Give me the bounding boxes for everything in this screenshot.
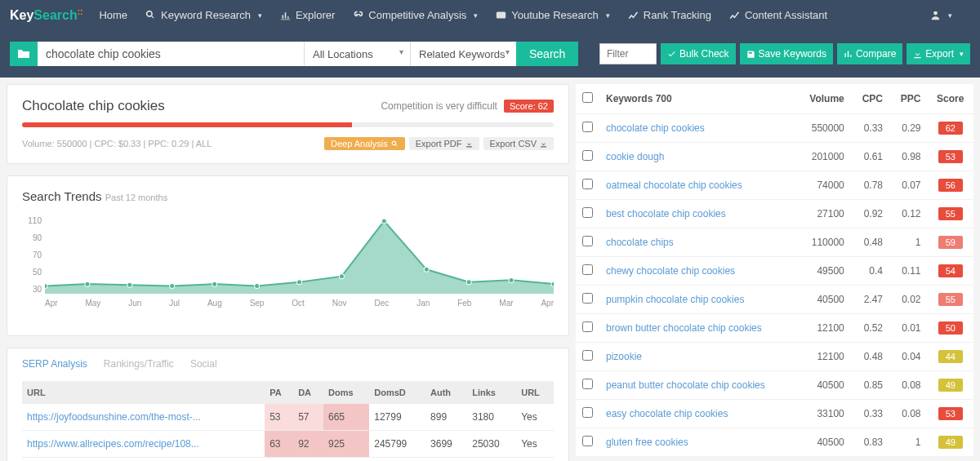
type-select[interactable]: Related Keywords <box>410 42 516 66</box>
trends-title: Search Trends Past 12 months <box>22 189 554 203</box>
keywords-table: Keywords 700 Volume CPC PPC Score chocol… <box>576 84 973 457</box>
export-pdf-button[interactable]: Export PDF <box>409 137 479 150</box>
keyword-link[interactable]: gluten free cookies <box>599 428 796 457</box>
cpc-header[interactable]: CPC <box>851 84 889 114</box>
keyword-link[interactable]: brown butter chocolate chip cookies <box>599 314 796 343</box>
nav-youtube[interactable]: Youtube Research▾ <box>496 9 610 21</box>
deep-analysis-button[interactable]: Deep Analysis <box>324 137 405 150</box>
difficulty-bar <box>22 122 554 127</box>
nav-competitive[interactable]: Competitive Analysis▾ <box>353 9 478 21</box>
row-checkbox[interactable] <box>582 150 593 161</box>
keyword-link[interactable]: best chocolate chip cookies <box>599 200 796 228</box>
search-button[interactable]: Search <box>516 42 578 66</box>
svg-point-2 <box>45 284 47 289</box>
download-icon <box>540 140 547 148</box>
bulk-check-button[interactable]: Bulk Check <box>661 43 736 64</box>
svg-point-8 <box>296 280 301 285</box>
row-checkbox[interactable] <box>582 264 593 275</box>
keyword-link[interactable]: cookie dough <box>599 143 796 171</box>
search-icon <box>391 140 399 148</box>
row-checkbox[interactable] <box>582 379 593 389</box>
keyword-row: easy chocolate chip cookies 33100 0.33 0… <box>576 400 973 428</box>
keyword-link[interactable]: chocolate chips <box>599 228 796 257</box>
serp-url[interactable]: https://www.allrecipes.com/recipe/108... <box>22 431 265 458</box>
nav-explorer[interactable]: Explorer <box>280 9 335 21</box>
user-menu[interactable]: ▾ <box>930 10 952 20</box>
score-pill: 44 <box>938 350 963 363</box>
folder-button[interactable] <box>10 42 38 66</box>
serp-col: Auth <box>425 381 467 404</box>
nav-keyword-research[interactable]: Keyword Research▾ <box>145 9 262 21</box>
row-checkbox[interactable] <box>582 293 593 304</box>
score-pill: 53 <box>938 407 963 420</box>
score-pill: 62 <box>938 122 963 135</box>
tab-social[interactable]: Social <box>190 358 217 370</box>
serp-col: PA <box>265 381 293 404</box>
svg-point-6 <box>212 281 217 286</box>
row-checkbox[interactable] <box>582 321 593 332</box>
row-checkbox[interactable] <box>582 207 593 218</box>
nav-rank-tracking[interactable]: Rank Tracking <box>628 9 711 21</box>
keyword-link[interactable]: pizookie <box>599 343 796 371</box>
keyword-title: Chocolate chip cookies <box>22 98 381 114</box>
serp-col: DomsD <box>369 381 425 404</box>
export-button[interactable]: Export▾ <box>906 43 970 64</box>
row-checkbox[interactable] <box>582 122 593 132</box>
keywords-count-header: Keywords 700 <box>599 84 796 114</box>
location-select[interactable]: All Locations <box>304 42 410 66</box>
tab-serp-analysis[interactable]: SERP Analysis <box>22 358 87 370</box>
row-checkbox[interactable] <box>582 407 593 418</box>
serp-panel: SERP Analysis Rankings/Traffic Social UR… <box>7 348 569 461</box>
score-pill: 55 <box>938 207 963 220</box>
svg-point-1 <box>933 11 938 16</box>
keyword-row: cookie dough 201000 0.61 0.98 53 <box>576 143 973 171</box>
keyword-row: brown butter chocolate chip cookies 1210… <box>576 314 973 343</box>
keyword-row: pizookie 12100 0.48 0.04 44 <box>576 343 973 371</box>
svg-point-11 <box>424 267 429 272</box>
save-keywords-button[interactable]: Save Keywords <box>740 43 833 64</box>
export-csv-button[interactable]: Export CSV <box>483 137 554 150</box>
keyword-link[interactable]: oatmeal chocolate chip cookies <box>599 171 796 200</box>
keyword-link[interactable]: pumpkin chocolate chip cookies <box>599 286 796 314</box>
select-all-checkbox[interactable] <box>582 92 593 103</box>
keyword-row: oatmeal chocolate chip cookies 74000 0.7… <box>576 171 973 200</box>
chart-icon <box>844 50 853 59</box>
keyword-link[interactable]: chocolate chip cookies <box>599 114 796 143</box>
chart-icon <box>280 10 291 20</box>
keyword-input[interactable] <box>38 42 304 66</box>
svg-rect-0 <box>497 11 506 18</box>
serp-row: https://joyfoodsunshine.com/the-most-...… <box>22 404 554 431</box>
score-pill: 50 <box>938 321 963 335</box>
score-header[interactable]: Score <box>928 84 973 114</box>
competition-text: Competition is very difficult <box>381 100 497 112</box>
score-pill: 53 <box>938 150 963 163</box>
tab-rankings[interactable]: Rankings/Traffic <box>104 358 174 370</box>
brand-logo: KeySearch:: <box>10 7 82 23</box>
compare-button[interactable]: Compare <box>837 43 902 64</box>
keyword-row: peanut butter chocolate chip cookies 405… <box>576 371 973 400</box>
caret-down-icon: ▾ <box>606 11 610 20</box>
nav-home[interactable]: Home <box>99 9 127 21</box>
video-icon <box>496 10 506 20</box>
serp-row: https://www.allrecipes.com/recipe/108...… <box>22 431 554 458</box>
serp-col: URL <box>516 381 554 404</box>
row-checkbox[interactable] <box>582 179 593 189</box>
row-checkbox[interactable] <box>582 236 593 246</box>
row-checkbox[interactable] <box>582 350 593 361</box>
keyword-link[interactable]: peanut butter chocolate chip cookies <box>599 371 796 400</box>
row-checkbox[interactable] <box>582 436 593 446</box>
download-icon <box>466 140 473 148</box>
keyword-row: chewy chocolate chip cookies 49500 0.4 0… <box>576 257 973 286</box>
keyword-link[interactable]: chewy chocolate chip cookies <box>599 257 796 286</box>
main-navbar: KeySearch:: Home Keyword Research▾ Explo… <box>0 0 980 30</box>
check-icon <box>667 50 676 59</box>
folder-icon <box>17 47 30 60</box>
svg-point-13 <box>509 277 514 282</box>
volume-header[interactable]: Volume <box>796 84 851 114</box>
nav-content-assistant[interactable]: Content Assistant <box>729 9 827 21</box>
ppc-header[interactable]: PPC <box>889 84 928 114</box>
filter-input[interactable] <box>599 43 657 64</box>
svg-point-3 <box>85 281 90 286</box>
keyword-link[interactable]: easy chocolate chip cookies <box>599 400 796 428</box>
serp-url[interactable]: https://joyfoodsunshine.com/the-most-... <box>22 404 265 431</box>
